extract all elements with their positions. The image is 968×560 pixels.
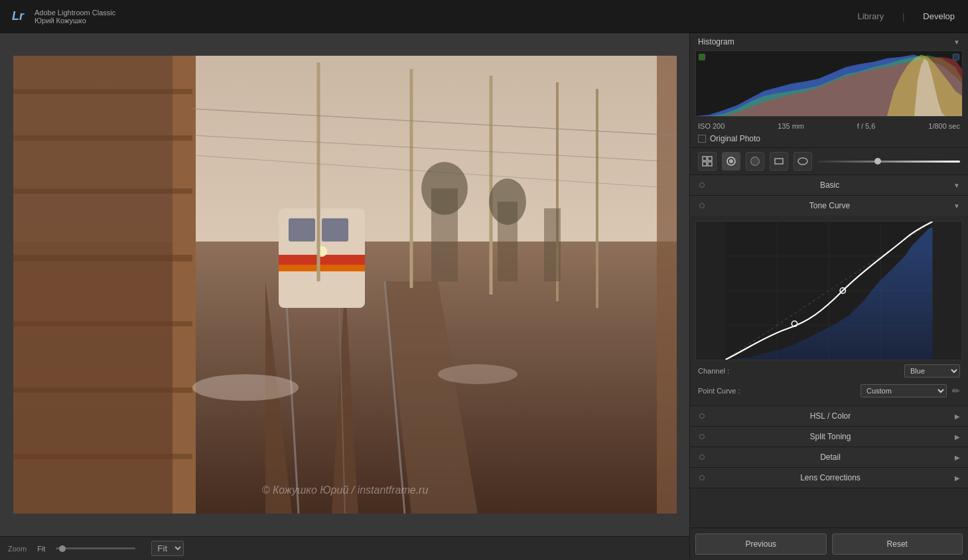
panel-hsl-title: HSL / Color: [810, 411, 851, 421]
panel-tone-curve-arrow: ▼: [953, 202, 960, 210]
panel-basic: Basic ▼: [690, 175, 968, 196]
zoom-bar: Zoom Fit Fit Fill 1:1 2:1: [0, 536, 689, 560]
exif-shutter: 1/800 sec: [928, 122, 960, 130]
svg-point-54: [751, 157, 759, 165]
toolbar-row: [690, 148, 968, 175]
top-bar: Lr Adobe Lightroom Classic Юрий Кожушко …: [0, 0, 968, 33]
panel-lens-dot: [699, 475, 705, 480]
tool-grid[interactable]: [698, 152, 717, 171]
panel-basic-title: Basic: [820, 180, 839, 190]
tool-slider-thumb: [874, 158, 881, 165]
svg-rect-49: [703, 162, 707, 166]
top-nav: Library | Develop: [852, 9, 960, 24]
curve-svg: [696, 222, 962, 360]
panel-split-toning-header[interactable]: Split Toning ▶: [690, 427, 968, 447]
point-curve-select[interactable]: Custom Linear Medium Contrast Strong Con…: [861, 384, 947, 397]
exif-focal: 135 mm: [778, 122, 804, 130]
panel-detail-arrow: ▶: [955, 454, 960, 461]
zoom-thumb: [59, 545, 66, 552]
histogram-arrow: ▼: [953, 38, 960, 46]
original-photo-checkbox[interactable]: [698, 135, 706, 143]
panel-hsl-dot: [699, 413, 705, 419]
bottom-buttons: Previous Reset: [690, 527, 968, 560]
image-area: © Кожушко Юрий / instantframe.ru Zoom Fi…: [0, 33, 689, 560]
lr-logo-icon: Lr: [12, 9, 24, 23]
panel-hsl-header[interactable]: HSL / Color ▶: [690, 406, 968, 426]
zoom-value: Fit: [37, 545, 45, 553]
curve-channel-row: Channel : Blue Red Green Luminance: [695, 360, 963, 382]
tone-curve-content: Channel : Blue Red Green Luminance Point…: [690, 216, 968, 405]
panel-sections: Basic ▼ Tone Curve ▼: [690, 175, 968, 527]
panel-split-toning-dot: [699, 434, 705, 439]
curve-channel-select[interactable]: Blue Red Green Luminance: [904, 364, 960, 378]
tool-slider-track[interactable]: [817, 161, 960, 163]
panel-detail-title: Detail: [820, 453, 841, 462]
pencil-icon[interactable]: ✏: [952, 385, 960, 396]
panel-split-toning: Split Toning ▶: [690, 427, 968, 447]
panel-detail: Detail ▶: [690, 447, 968, 468]
histogram-area: [695, 50, 963, 117]
app-branding: Lr Adobe Lightroom Classic Юрий Кожушко: [8, 7, 115, 27]
image-container: © Кожушко Юрий / instantframe.ru: [0, 33, 689, 536]
clip-right-indicator[interactable]: [953, 54, 959, 60]
tool-rect[interactable]: [770, 152, 788, 171]
svg-rect-50: [708, 162, 712, 166]
histogram-section: Histogram ▼: [690, 33, 968, 148]
nav-divider: |: [902, 12, 904, 21]
zoom-label: Zoom: [8, 545, 27, 553]
panel-basic-dot: [699, 182, 705, 188]
exif-iso: ISO 200: [698, 122, 725, 130]
tool-circle[interactable]: [722, 152, 740, 171]
panel-basic-toggle[interactable]: [698, 181, 706, 189]
curve-graph[interactable]: [695, 221, 963, 360]
clip-left-indicator[interactable]: [699, 54, 705, 60]
panel-basic-arrow: ▼: [953, 182, 960, 189]
point-curve-row: Point Curve : Custom Linear Medium Contr…: [695, 382, 963, 400]
app-title-user: Юрий Кожушко: [35, 17, 115, 25]
histogram-title: Histogram: [698, 37, 734, 46]
nav-develop[interactable]: Develop: [918, 9, 960, 24]
tool-slider-area: [817, 161, 960, 163]
zoom-slider[interactable]: [56, 547, 135, 549]
panel-lens: Lens Corrections ▶: [690, 468, 968, 488]
svg-rect-55: [775, 159, 783, 164]
exif-bar: ISO 200 135 mm f / 5,6 1/800 sec: [690, 119, 968, 133]
svg-rect-47: [703, 157, 707, 161]
photo-frame: © Кожушко Юрий / instantframe.ru: [13, 56, 677, 514]
svg-point-56: [798, 158, 807, 165]
panel-tone-curve: Tone Curve ▼: [690, 196, 968, 406]
panel-basic-header[interactable]: Basic ▼: [690, 175, 968, 195]
nav-library[interactable]: Library: [852, 9, 889, 24]
panel-hsl-arrow: ▶: [955, 413, 960, 420]
app-title: Adobe Lightroom Classic Юрий Кожушко: [35, 9, 115, 25]
svg-rect-48: [708, 157, 712, 161]
tool-heal[interactable]: [746, 152, 764, 171]
original-photo-label: Original Photo: [710, 134, 760, 143]
panel-detail-dot: [699, 455, 705, 460]
curve-channel-label: Channel :: [698, 367, 729, 375]
panel-split-toning-arrow: ▶: [955, 433, 960, 441]
app-title-main: Adobe Lightroom Classic: [35, 9, 115, 17]
panel-hsl-toggle[interactable]: [698, 412, 706, 420]
panel-detail-header[interactable]: Detail ▶: [690, 447, 968, 467]
previous-button[interactable]: Previous: [695, 533, 827, 555]
original-photo-row: Original Photo: [690, 133, 968, 147]
histogram-header: Histogram ▼: [690, 33, 968, 50]
lr-logo: Lr: [8, 7, 28, 27]
tool-radial[interactable]: [794, 152, 812, 171]
point-curve-label: Point Curve :: [698, 387, 740, 395]
panel-lens-toggle[interactable]: [698, 474, 706, 482]
reset-button[interactable]: Reset: [832, 533, 963, 555]
zoom-dropdown[interactable]: Fit Fill 1:1 2:1: [151, 541, 184, 556]
histogram-svg: [696, 51, 962, 116]
right-panel: Histogram ▼: [689, 33, 968, 560]
exif-aperture: f / 5,6: [857, 122, 876, 130]
panel-tone-curve-title: Tone Curve: [809, 201, 850, 210]
panel-lens-header[interactable]: Lens Corrections ▶: [690, 468, 968, 488]
panel-tone-curve-header[interactable]: Tone Curve ▼: [690, 196, 968, 216]
panel-tone-curve-dot: [699, 203, 705, 208]
panel-split-toning-toggle[interactable]: [698, 433, 706, 441]
panel-tone-curve-toggle[interactable]: [698, 202, 706, 210]
panel-detail-toggle[interactable]: [698, 453, 706, 461]
panel-hsl: HSL / Color ▶: [690, 406, 968, 427]
